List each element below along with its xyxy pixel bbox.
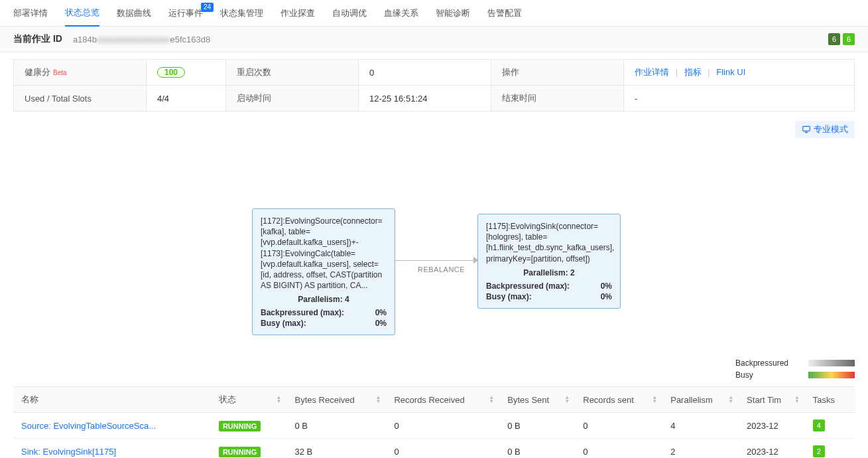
jobid-label: 当前作业 ID [13,33,62,45]
link-metrics[interactable]: 指标 [684,67,702,77]
node-bp-label: Backpressured (max): [261,308,344,317]
cell-rec-recv: 0 [386,439,499,459]
graph-node-source[interactable]: [1172]:EvolvingSource(connector=[kafka],… [252,208,395,335]
status-badge: RUNNING [219,421,261,431]
table-row: Sink: EvolvingSink[1175]RUNNING32 B00 B0… [13,439,855,459]
vertex-name-link[interactable]: Source: EvolvingTableSourceSca... [21,421,156,431]
node-busy-label: Busy (max): [261,319,306,328]
status-count-2: 6 [843,33,855,45]
tab-8[interactable]: 智能诊断 [436,0,470,27]
jobid-prefix: a184b [73,35,97,44]
col-header[interactable]: 名称 [13,387,211,413]
status-badge: RUNNING [219,447,261,457]
graph-edge-label: REBALANCE [418,266,465,273]
monitor-icon [802,125,811,134]
start-label: 启动时间 [226,86,359,112]
cell-bytes-sent: 0 B [499,439,575,459]
tab-badge: 24 [201,3,214,12]
node-bp-label: Backpressured (max): [486,281,570,291]
tasks-count: 4 [813,420,825,431]
node-bp-val: 0% [375,308,387,317]
node-parallelism: Parallelism: 2 [486,268,612,277]
jobid-masked: xxxxxxxxxxxxxxxxx [97,35,170,44]
sort-icon[interactable]: ▲▼ [728,396,733,404]
tab-0[interactable]: 部署详情 [13,0,48,27]
tasks-count: 2 [813,445,825,457]
col-header[interactable]: Tasks [805,387,855,413]
node-desc: [1172]:EvolvingSource(connector=[kafka],… [261,216,387,291]
legend-busy-gradient [808,372,855,378]
ops-label: 操作 [491,60,624,86]
job-graph[interactable]: [1172]:EvolvingSource(connector=[kafka],… [13,147,855,373]
info-grid: 健康分Beta 100 重启次数 0 操作 作业详情 | 指标 | Flink … [13,59,855,112]
jobid-bar: 当前作业 ID a184bxxxxxxxxxxxxxxxxxe5fc163d8 … [0,27,868,52]
legend-bp-gradient [808,360,855,366]
node-busy-label: Busy (max): [486,292,532,301]
legend-busy-label: Busy [735,370,753,380]
cell-start: 2023-12 [739,439,805,459]
col-header[interactable]: Bytes Sent▲▼ [499,387,575,413]
link-flink-ui[interactable]: Flink UI [716,67,745,77]
link-job-detail[interactable]: 作业详情 [635,67,669,77]
table-row: Source: EvolvingTableSourceSca...RUNNING… [13,413,855,439]
col-header[interactable]: Parallelism▲▼ [662,387,739,413]
tab-7[interactable]: 血缘关系 [384,0,418,27]
health-label: 健康分Beta [14,60,147,86]
cell-parallelism: 2 [662,439,739,459]
status-count-1: 6 [828,33,840,45]
col-header[interactable]: Records Received▲▼ [386,387,499,413]
node-parallelism: Parallelism: 4 [261,295,387,304]
top-tabs: 部署详情状态总览数据曲线运行事件24状态集管理作业探查自动调优血缘关系智能诊断告… [0,0,868,27]
node-desc: [1175]:EvolvingSink(connector=[hologres]… [486,221,612,264]
sort-icon[interactable]: ▲▼ [794,396,800,404]
restart-value: 0 [359,60,491,86]
col-header[interactable]: 状态▲▼ [211,387,287,413]
restart-label: 重启次数 [226,60,359,86]
vertices-table: 名称状态▲▼Bytes Received▲▼Records Received▲▼… [13,386,855,458]
col-header[interactable]: Start Tim▲▼ [739,387,805,413]
node-busy-val: 0% [375,319,387,328]
ops-links: 作业详情 | 指标 | Flink UI [624,60,855,86]
graph-edge [395,260,475,261]
sort-icon[interactable]: ▲▼ [652,396,657,404]
jobid-value: a184bxxxxxxxxxxxxxxxxxe5fc163d8 [73,35,210,44]
node-bp-val: 0% [601,281,612,291]
cell-start: 2023-12 [739,413,805,439]
start-value: 12-25 16:51:24 [359,86,491,112]
jobid-suffix: e5fc163d8 [170,35,211,44]
node-busy-val: 0% [601,292,612,301]
tab-4[interactable]: 状态集管理 [220,0,263,27]
sort-icon[interactable]: ▲▼ [277,396,282,404]
tab-1[interactable]: 状态总览 [65,0,99,27]
sort-icon[interactable]: ▲▼ [489,396,494,404]
health-value: 100 [147,60,226,86]
cell-bytes-recv: 32 B [286,439,386,459]
tab-9[interactable]: 告警配置 [487,0,522,27]
cell-rec-sent: 0 [575,439,662,459]
graph-legend: Backpressured Busy [735,356,855,380]
tab-5[interactable]: 作业探查 [280,0,315,27]
sort-icon[interactable]: ▲▼ [564,396,570,404]
cell-bytes-recv: 0 B [286,413,386,439]
cell-bytes-sent: 0 B [499,413,575,439]
tab-6[interactable]: 自动调优 [332,0,367,27]
svg-rect-0 [803,126,810,131]
end-value: - [624,86,855,112]
tab-2[interactable]: 数据曲线 [117,0,151,27]
top-status-counts: 6 6 [828,33,855,45]
cell-rec-sent: 0 [575,413,662,439]
sort-icon[interactable]: ▲▼ [376,396,381,404]
slots-label: Used / Total Slots [14,86,147,112]
tab-3[interactable]: 运行事件24 [168,0,203,27]
expert-mode-button[interactable]: 专业模式 [795,121,855,138]
cell-rec-recv: 0 [386,413,499,439]
slots-value: 4/4 [147,86,226,112]
end-label: 结束时间 [491,86,624,112]
col-header[interactable]: Records sent▲▼ [575,387,662,413]
col-header[interactable]: Bytes Received▲▼ [286,387,386,413]
vertex-name-link[interactable]: Sink: EvolvingSink[1175] [21,447,116,457]
graph-node-sink[interactable]: [1175]:EvolvingSink(connector=[hologres]… [477,214,621,309]
legend-bp-label: Backpressured [735,358,788,368]
cell-parallelism: 4 [662,413,739,439]
